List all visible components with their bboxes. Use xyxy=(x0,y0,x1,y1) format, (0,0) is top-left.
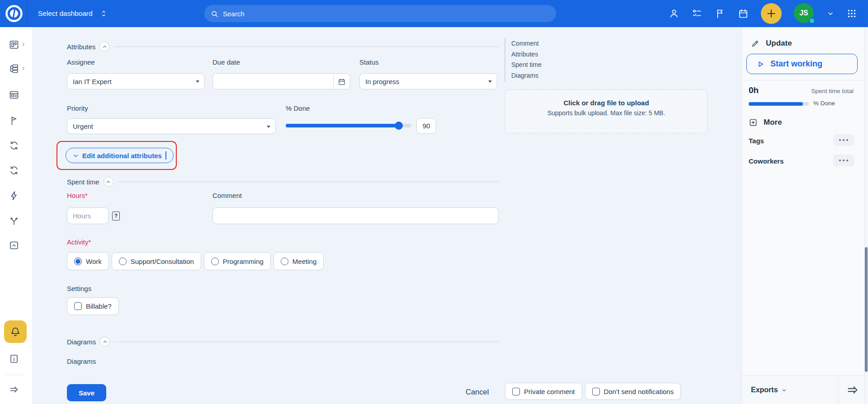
caret-down-icon xyxy=(488,80,492,83)
apps-grid-icon[interactable] xyxy=(846,8,857,19)
plus-icon xyxy=(765,8,777,19)
dashboard-selector[interactable]: Select dashboard xyxy=(38,0,108,27)
collapse-panel-icon[interactable] xyxy=(846,383,859,397)
assignee-select[interactable]: Ian IT Expert xyxy=(67,73,205,89)
anchor-comment[interactable]: Comment xyxy=(511,38,542,49)
task-list-icon[interactable] xyxy=(692,8,703,19)
more-button[interactable]: More xyxy=(749,118,782,127)
panel-divider xyxy=(742,80,864,80)
private-comment-label: Private comment xyxy=(524,388,575,395)
chevron-down-icon[interactable] xyxy=(827,10,834,17)
cancel-link[interactable]: Cancel xyxy=(466,388,489,396)
window-icon[interactable] xyxy=(9,89,19,100)
settings-options: Billable? xyxy=(67,297,119,315)
priority-label: Priority xyxy=(67,104,88,112)
add-button[interactable] xyxy=(761,3,782,24)
chevron-down-icon xyxy=(73,153,79,159)
tags-actions-button[interactable] xyxy=(833,134,854,146)
edit-additional-attributes-button[interactable]: Edit additional attributes xyxy=(66,148,174,163)
save-button[interactable]: Save xyxy=(67,384,106,401)
priority-select[interactable]: Urgent xyxy=(67,118,276,134)
sync-icon[interactable] xyxy=(9,165,19,176)
status-select[interactable]: In progress xyxy=(359,73,497,89)
done-slider[interactable] xyxy=(286,124,411,127)
due-date-label: Due date xyxy=(212,58,240,66)
expand-sidebar-icon[interactable] xyxy=(9,384,19,395)
info-icon[interactable] xyxy=(9,353,19,364)
collapse-section-button[interactable] xyxy=(99,42,109,52)
help-icon[interactable]: ? xyxy=(112,211,120,221)
billable-checkbox[interactable]: Billable? xyxy=(67,297,119,315)
radio-icon xyxy=(119,258,127,265)
chevron-up-icon xyxy=(102,44,107,49)
activity-options: Work Support/Consultation Programming Me… xyxy=(67,252,324,270)
activity-option-meeting[interactable]: Meeting xyxy=(274,252,324,270)
anchor-spent-time[interactable]: Spent time xyxy=(511,60,542,70)
lightning-icon[interactable] xyxy=(9,190,19,201)
date-picker-button[interactable] xyxy=(333,74,350,89)
hierarchy-icon[interactable] xyxy=(9,63,19,74)
calendar-icon[interactable] xyxy=(738,8,749,19)
box-arrow-up-icon[interactable] xyxy=(9,240,19,251)
panel-footer: Exports xyxy=(742,375,864,404)
scrollbar-thumb[interactable] xyxy=(865,247,868,372)
app-logo-icon[interactable] xyxy=(4,3,24,24)
anchor-attributes[interactable]: Attributes xyxy=(511,49,542,60)
due-date-field[interactable] xyxy=(212,73,350,89)
topbar-actions: JS xyxy=(669,0,857,27)
file-upload-dropzone[interactable]: Click or drag file to upload Supports bu… xyxy=(505,89,708,133)
radio-icon xyxy=(281,258,288,265)
pencil-icon xyxy=(751,39,760,48)
notifications-button-active[interactable] xyxy=(4,320,27,343)
done-value-input[interactable]: 90 xyxy=(416,118,436,134)
dashboard-icon[interactable] xyxy=(9,39,19,50)
plus-square-icon xyxy=(749,118,758,127)
section-title: Attributes xyxy=(67,43,95,51)
collapse-section-button[interactable] xyxy=(104,177,113,187)
coworkers-actions-button[interactable] xyxy=(833,155,854,166)
top-bar: Select dashboard Search xyxy=(0,0,868,27)
checkbox-icon xyxy=(512,388,520,395)
profile-icon[interactable] xyxy=(669,8,679,19)
sync-icon[interactable] xyxy=(9,140,19,151)
upload-subtitle: Supports bulk upload. Max file size: 5 M… xyxy=(505,109,707,117)
dont-send-notifications-checkbox[interactable]: Don't send notifications xyxy=(585,383,681,400)
due-date-input[interactable] xyxy=(213,74,330,89)
comment-label: Comment xyxy=(212,192,242,199)
chevron-right-icon[interactable] xyxy=(21,66,26,71)
settings-label: Settings xyxy=(67,285,91,292)
section-anchor-menu: Comment Attributes Spent time Diagrams xyxy=(505,38,542,81)
checkbox-icon xyxy=(592,388,600,395)
hours-input[interactable] xyxy=(67,207,108,224)
slider-handle[interactable] xyxy=(395,122,403,130)
activity-option-support-consultation[interactable]: Support/Consultation xyxy=(112,252,201,270)
left-sidebar xyxy=(0,27,33,404)
assignee-value: Ian IT Expert xyxy=(73,78,112,85)
spent-time-total-label: Spent time total xyxy=(811,88,854,94)
status-value: In progress xyxy=(365,78,399,85)
chevron-down-icon xyxy=(781,387,787,393)
update-label: Update xyxy=(766,39,792,48)
milestone-flag-icon[interactable] xyxy=(9,115,19,126)
section-rule xyxy=(113,47,499,47)
activity-option-work[interactable]: Work xyxy=(67,252,109,270)
exports-button[interactable]: Exports xyxy=(751,376,787,404)
anchor-diagrams[interactable]: Diagrams xyxy=(511,70,542,81)
start-working-button[interactable]: Start working xyxy=(746,54,858,74)
comment-input[interactable] xyxy=(212,207,499,224)
private-comment-checkbox[interactable]: Private comment xyxy=(505,383,582,400)
collapse-section-button[interactable] xyxy=(100,337,110,347)
search-input[interactable]: Search xyxy=(204,5,556,22)
more-label: More xyxy=(764,118,782,127)
update-button[interactable]: Update xyxy=(751,39,792,48)
branch-split-icon[interactable] xyxy=(9,215,19,226)
section-title: Spent time xyxy=(67,178,99,186)
flag-icon[interactable] xyxy=(715,8,726,19)
user-menu[interactable]: JS xyxy=(794,3,815,24)
activity-option-label: Support/Consultation xyxy=(131,258,194,265)
activity-option-programming[interactable]: Programming xyxy=(204,252,271,270)
done-label: % Done xyxy=(286,104,310,112)
edit-additional-label: Edit additional attributes xyxy=(82,152,162,160)
chevron-right-icon[interactable] xyxy=(21,42,26,47)
checkbox-icon xyxy=(74,302,82,310)
